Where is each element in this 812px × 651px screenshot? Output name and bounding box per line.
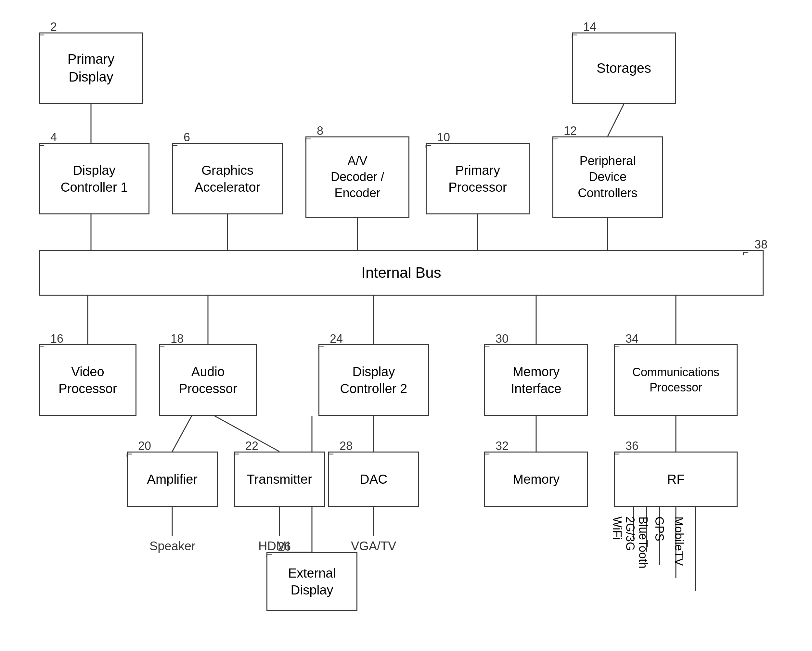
storages-box: Storages [572, 32, 676, 104]
amplifier-box: Amplifier [127, 451, 218, 507]
communications-processor-box: CommunicationsProcessor [614, 345, 737, 416]
mobiletv-label: MobileTV [672, 517, 685, 566]
memory-interface-box: MemoryInterface [484, 345, 588, 416]
av-decoder-box: A/VDecoder /Encoder [305, 136, 409, 218]
display-controller2-box: DisplayController 2 [318, 345, 429, 416]
rf-box: RF [614, 451, 737, 507]
svg-line-12 [172, 416, 192, 451]
peripheral-device-box: PeripheralDeviceControllers [553, 136, 663, 218]
vga-tv-label: VGA/TV [351, 539, 396, 553]
external-display-box: ExternalDisplay [266, 552, 357, 611]
svg-line-1 [607, 104, 624, 136]
display-controller1-box: DisplayController 1 [39, 143, 150, 214]
graphics-accelerator-box: GraphicsAccelerator [172, 143, 283, 214]
internal-bus-box: Internal Bus [39, 250, 763, 296]
wifi-label: WiFi [610, 517, 624, 540]
gps-label: GPS [652, 517, 666, 541]
bluetooth-label: BlueTooth [636, 517, 650, 569]
memory-box: Memory [484, 451, 588, 507]
dac-box: DAC [328, 451, 419, 507]
video-processor-box: VideoProcessor [39, 345, 136, 416]
hdmi-label: HDMI [258, 539, 290, 553]
primary-display-box: PrimaryDisplay [39, 32, 143, 104]
transmitter-box: Transmitter [234, 451, 325, 507]
speaker-label: Speaker [150, 539, 195, 553]
audio-processor-box: AudioProcessor [159, 345, 257, 416]
g2g3-label: 2G/3G [623, 517, 637, 551]
primary-processor-box: PrimaryProcessor [426, 143, 530, 214]
